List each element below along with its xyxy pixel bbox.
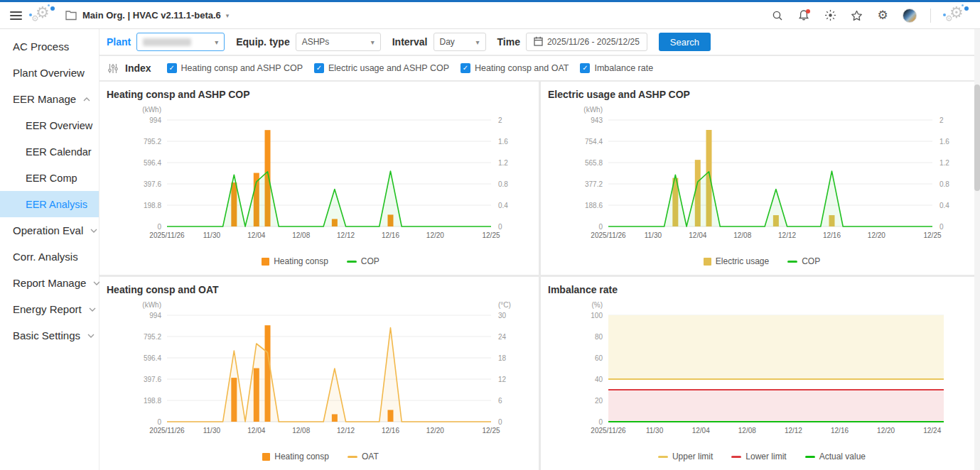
legend-item[interactable]: Actual value: [805, 452, 866, 461]
svg-text:0: 0: [157, 223, 161, 231]
legend-item[interactable]: OAT: [348, 452, 379, 461]
menu-icon[interactable]: [9, 9, 23, 23]
app-logo-gears-icon: ⚙⚙: [31, 5, 56, 26]
chart-card-heating-consp-oat: Heating consp and OAT 99430795.224596.41…: [99, 277, 539, 470]
sidebar-item-eer-analysis[interactable]: EER Analysis: [0, 191, 99, 217]
sidebar-item-corr-analysis[interactable]: Corr. Analysis: [0, 244, 99, 270]
legend-item[interactable]: COP: [347, 256, 379, 266]
sidebar-item-eer-calendar[interactable]: EER Calendar: [0, 138, 99, 165]
svg-text:12/12: 12/12: [784, 427, 802, 435]
sidebar-item-eer-comp[interactable]: EER Comp: [0, 165, 99, 191]
svg-text:397.6: 397.6: [143, 376, 161, 383]
scrollbar-thumb[interactable]: [974, 84, 980, 191]
svg-text:1.2: 1.2: [939, 159, 949, 167]
svg-text:12/25: 12/25: [923, 231, 941, 239]
top-bar: ⚙⚙ Main Org. | HVAC v2.11.1-beta.6 ▾: [0, 2, 980, 29]
checkbox-heating-consp-ashp-cop[interactable]: ✓ Heating consp and ASHP COP: [167, 63, 303, 73]
plant-select[interactable]: [136, 33, 225, 51]
legend-label: Heating consp: [274, 452, 329, 461]
svg-text:1.6: 1.6: [939, 138, 949, 146]
equip-type-label: Equip. type: [236, 36, 289, 48]
svg-text:1.6: 1.6: [498, 138, 508, 146]
notification-bell-icon[interactable]: [797, 9, 810, 22]
chart-card-heating-consp-ashp-cop: Heating consp and ASHP COP 9942795.21.65…: [99, 82, 539, 275]
chart-canvas: 9432754.41.6565.81.2377.20.8188.60.400(k…: [549, 102, 976, 253]
legend-swatch: [731, 456, 741, 458]
user-globe-icon[interactable]: [903, 9, 917, 23]
svg-text:20: 20: [594, 397, 603, 405]
time-range-input[interactable]: 2025/11/26 - 2025/12/25: [526, 33, 647, 51]
scrollbar-track[interactable]: [974, 29, 980, 470]
svg-text:12/16: 12/16: [822, 231, 840, 239]
svg-text:397.6: 397.6: [143, 180, 161, 188]
legend-label: Electric usage: [716, 256, 769, 266]
sidebar-item-plant-overview[interactable]: Plant Overview: [0, 60, 99, 86]
brightness-icon[interactable]: [824, 9, 836, 22]
legend-item[interactable]: Upper limit: [658, 452, 713, 461]
svg-text:377.2: 377.2: [584, 180, 602, 188]
svg-text:18: 18: [498, 354, 507, 362]
sidebar-item-eer-overview[interactable]: EER Overview: [0, 112, 99, 138]
sidebar-item-operation-eval[interactable]: Operation Eval: [0, 217, 99, 244]
checkbox-heating-consp-oat[interactable]: ✓ Heating consp and OAT: [461, 63, 569, 73]
svg-text:0.4: 0.4: [498, 202, 508, 209]
app-logo-gears-icon-2: ⚙⚙: [944, 5, 970, 26]
legend-label: COP: [361, 256, 379, 266]
sidebar-item-eer-manage[interactable]: EER Manage: [0, 86, 99, 112]
legend-item[interactable]: Lower limit: [731, 452, 786, 461]
legend-item[interactable]: Heating consp: [262, 452, 329, 461]
legend-item[interactable]: Electric usage: [704, 256, 769, 266]
svg-text:12/12: 12/12: [337, 427, 355, 435]
checkbox-checked-icon: ✓: [167, 63, 177, 73]
equip-type-select[interactable]: ASHPs: [296, 33, 381, 51]
svg-text:11/30: 11/30: [203, 427, 220, 435]
chevron-down-icon: [90, 229, 97, 233]
legend-label: Lower limit: [745, 452, 786, 461]
svg-text:0: 0: [498, 418, 502, 426]
chevron-down-icon: [87, 334, 95, 338]
legend-swatch: [805, 456, 815, 458]
search-icon[interactable]: [771, 9, 784, 22]
chart-canvas: 100806040200(%)2025/11/2611/3012/0412/08…: [549, 297, 976, 449]
svg-text:754.4: 754.4: [584, 138, 602, 146]
checkbox-electric-usage-ashp-cop[interactable]: ✓ Electric usage and ASHP COP: [314, 63, 449, 73]
checkbox-imbalance-rate[interactable]: ✓ Imbalance rate: [580, 63, 653, 73]
checkbox-checked-icon: ✓: [314, 63, 324, 73]
org-switcher[interactable]: Main Org. | HVAC v2.11.1-beta.6 ▾: [65, 9, 229, 22]
svg-text:994: 994: [149, 312, 161, 319]
svg-text:2: 2: [939, 116, 944, 124]
sidebar-item-energy-report[interactable]: Energy Report: [0, 296, 99, 322]
svg-text:12/04: 12/04: [247, 231, 265, 239]
svg-text:(°C): (°C): [498, 301, 511, 309]
charts-grid: Heating consp and ASHP COP 9942795.21.65…: [99, 82, 980, 470]
svg-text:0.8: 0.8: [498, 180, 508, 188]
search-button[interactable]: Search: [659, 33, 711, 51]
sidebar-item-report-manage[interactable]: Report Manage: [0, 270, 99, 296]
svg-text:2025/11/26: 2025/11/26: [149, 427, 185, 435]
svg-text:12/24: 12/24: [923, 427, 941, 435]
svg-text:12/20: 12/20: [867, 231, 885, 239]
legend-item[interactable]: Heating consp: [262, 256, 328, 266]
filter-bar: Plant Equip. type ASHPs Interval Day Tim…: [99, 29, 980, 55]
legend-swatch: [787, 261, 797, 263]
legend-label: Heating consp: [274, 256, 328, 266]
sidebar-item-ac-process[interactable]: AC Process: [0, 33, 99, 60]
folder-icon: [65, 9, 77, 22]
svg-text:80: 80: [594, 333, 603, 341]
header-actions: ⚙ ⚙⚙: [771, 5, 970, 26]
interval-select[interactable]: Day: [434, 33, 486, 51]
plant-select-redacted-value: [143, 38, 191, 46]
chart-legend: Electric usageCOP: [548, 253, 976, 269]
svg-text:30: 30: [498, 312, 507, 319]
favorite-star-icon[interactable]: [850, 9, 863, 22]
chart-card-imbalance-rate: Imbalance rate 100806040200(%)2025/11/26…: [541, 277, 980, 470]
svg-text:1.2: 1.2: [498, 159, 508, 167]
chart-canvas: 9942795.21.6596.41.2397.60.8198.80.400(k…: [107, 102, 534, 253]
svg-text:994: 994: [149, 116, 161, 124]
legend-item[interactable]: COP: [787, 256, 820, 266]
chart-legend: Heating conspOAT: [107, 449, 534, 464]
settings-gear-icon[interactable]: ⚙: [876, 9, 889, 22]
svg-text:2025/11/26: 2025/11/26: [149, 231, 185, 239]
sidebar-item-basic-settings[interactable]: Basic Settings: [0, 322, 99, 349]
svg-text:2025/11/26: 2025/11/26: [591, 427, 626, 435]
